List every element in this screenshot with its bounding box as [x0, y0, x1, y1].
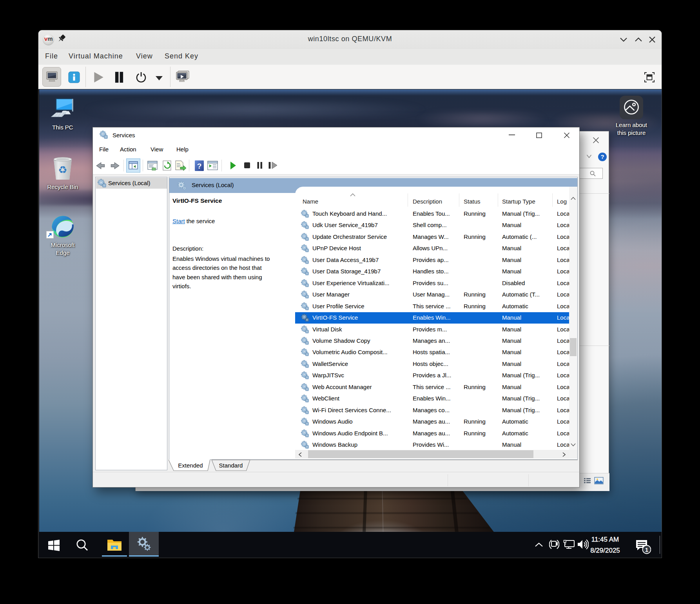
- svg-text:♻: ♻: [58, 164, 67, 176]
- svg-text:Extended: Extended: [178, 462, 203, 469]
- svg-text:1: 1: [645, 546, 648, 553]
- svg-text:?: ?: [197, 162, 202, 170]
- svg-text:Standard: Standard: [219, 462, 243, 469]
